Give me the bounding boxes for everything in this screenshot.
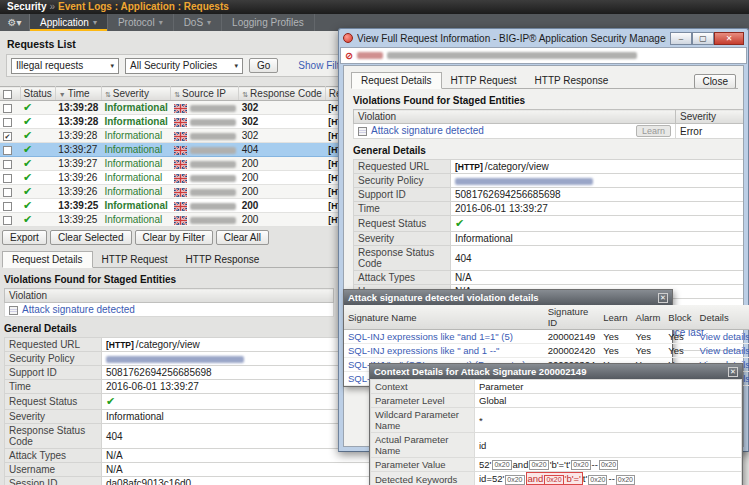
dialog-titlebar[interactable]: View Full Request Information - BIG-IP® … [339, 29, 748, 47]
learn-flag: Yes [599, 330, 631, 344]
actual-parameter-value: id [475, 433, 742, 458]
row-checkbox[interactable] [3, 160, 12, 169]
redacted-ip [190, 175, 236, 182]
menu-tab-label: Application [40, 17, 89, 28]
cell-severity: Informational [104, 214, 162, 225]
col-source-ip[interactable]: ⇅Source IP [171, 87, 239, 101]
select-all-checkbox[interactable] [3, 90, 12, 99]
status-ok-icon: ✔ [23, 101, 32, 113]
uk-flag-icon [174, 160, 187, 169]
parameter-level-value: Global [475, 394, 742, 408]
uk-flag-icon [174, 216, 187, 225]
menu-tab-label: DoS [184, 17, 203, 28]
policy-select[interactable]: All Security Policies▾ [125, 58, 243, 74]
overlay-header: Attack signature detected violation deta… [344, 290, 672, 305]
redacted-policy-link[interactable] [106, 356, 244, 363]
filter-type-select[interactable]: Illegal requests▾ [11, 58, 119, 74]
go-button[interactable]: Go [249, 58, 278, 73]
signature-name-link[interactable]: SQL-INJ expressions like " and 1 --" [348, 345, 499, 356]
cell-severity: Informational [104, 200, 167, 211]
col-source-ip-label: Source IP [182, 88, 226, 99]
tab-request-details[interactable]: Request Details [2, 251, 93, 268]
staged-entity-icon [358, 127, 367, 136]
breadcrumb-section[interactable]: Security [7, 1, 46, 12]
window-close-button[interactable]: ✕ [714, 32, 744, 45]
row-checkbox[interactable] [3, 146, 12, 155]
overlay-close-icon[interactable]: ✕ [728, 367, 738, 377]
col-learn: Learn [599, 305, 631, 330]
block-flag: Yes [664, 330, 695, 344]
hex-token: 0x20 [544, 475, 563, 485]
row-checkbox[interactable] [3, 118, 12, 127]
status-ok-icon: ✔ [455, 217, 464, 229]
uk-flag-icon [174, 174, 187, 183]
cell-response-code: 200 [239, 157, 326, 171]
row-checkbox[interactable] [3, 216, 12, 225]
status-ok-icon: ✔ [23, 199, 32, 211]
hex-token: 0x20 [616, 475, 635, 485]
row-checkbox[interactable] [3, 188, 12, 197]
tab-http-request[interactable]: HTTP Request [93, 252, 177, 267]
col-time[interactable]: ▼Time [55, 87, 101, 101]
signature-name-link[interactable]: SQL-INJ expressions like "and 1=1" (5) [348, 331, 513, 342]
col-status[interactable]: Status [20, 87, 55, 101]
gear-menu-button[interactable]: ⚙▾ [0, 14, 30, 31]
policy-value: All Security Policies [130, 60, 217, 71]
row-checkbox[interactable] [3, 104, 12, 113]
clear-by-filter-button[interactable]: Clear by Filter [135, 230, 213, 245]
response-code-value: 404 [451, 246, 745, 271]
minimize-button[interactable]: – [670, 32, 692, 45]
field-label: Requested URL [5, 338, 102, 352]
row-checkbox-checked[interactable]: ✔ [3, 132, 12, 141]
field-label: Severity [354, 232, 451, 246]
parameter-value: 52'0x20and0x20'b'='t'0x20--0x20 [475, 458, 742, 472]
clear-selected-button[interactable]: Clear Selected [50, 230, 132, 245]
tab-http-response[interactable]: HTTP Response [526, 73, 618, 88]
tab-http-response[interactable]: HTTP Response [177, 252, 269, 267]
learn-button[interactable]: Learn [636, 125, 671, 137]
severity-value: Informational [451, 232, 745, 246]
field-label: Response Status Code [354, 246, 451, 271]
status-ok-icon: ✔ [23, 213, 32, 225]
gear-icon: ⚙ [8, 17, 17, 28]
redacted-policy-link[interactable] [455, 178, 593, 185]
tab-http-request[interactable]: HTTP Request [442, 73, 526, 88]
hex-token: 0x20 [505, 475, 524, 485]
status-ok-icon: ✔ [23, 129, 32, 141]
field-label: Attack Types [354, 271, 451, 285]
menu-tab-protocol[interactable]: Protocol▾ [108, 14, 174, 31]
col-response-code-label: Response Code [250, 88, 322, 99]
redacted-ip [190, 133, 236, 140]
field-label: Time [354, 202, 451, 216]
view-details-link[interactable]: View details... [700, 345, 749, 356]
sort-desc-icon: ▼ [59, 91, 66, 98]
col-response-code[interactable]: ⇅Response Code [239, 87, 326, 101]
overlay-close-icon[interactable]: ✕ [658, 293, 668, 303]
col-details: Details [696, 305, 749, 330]
row-checkbox[interactable] [3, 174, 12, 183]
hex-token: 0x20 [529, 460, 548, 470]
row-checkbox[interactable] [3, 202, 12, 211]
menu-tab-dos[interactable]: DoS▾ [174, 14, 222, 31]
violation-link[interactable]: Attack signature detected [22, 304, 135, 315]
status-ok-icon: ✔ [23, 143, 32, 155]
chevron-down-icon: ▾ [234, 62, 238, 70]
dialog-tabs: Request Details HTTP Request HTTP Respon… [351, 72, 738, 89]
col-severity[interactable]: ⇅Severity [101, 87, 170, 101]
col-signature-name: Signature Name [344, 305, 544, 330]
field-label: Session ID [5, 477, 102, 485]
tab-request-details[interactable]: Request Details [351, 72, 442, 89]
time-value: 2016-06-01 13:39:27 [451, 202, 745, 216]
menu-tab-logging-profiles[interactable]: Logging Profiles [222, 14, 315, 31]
view-details-link[interactable]: View details... [700, 331, 749, 342]
violation-col-header: Violation [354, 110, 676, 124]
field-label: Severity [5, 410, 102, 424]
violation-link[interactable]: Attack signature detected [371, 125, 484, 136]
cell-response-code: 200 [239, 185, 326, 199]
signature-row: SQL-INJ expressions like "and 1=1" (5) 2… [344, 330, 749, 344]
clear-all-button[interactable]: Clear All [216, 230, 269, 245]
menu-tab-application[interactable]: Application▾ [30, 14, 108, 31]
export-button[interactable]: Export [2, 230, 47, 245]
attack-types-value: N/A [451, 271, 745, 285]
maximize-button[interactable]: ▢ [692, 32, 714, 45]
